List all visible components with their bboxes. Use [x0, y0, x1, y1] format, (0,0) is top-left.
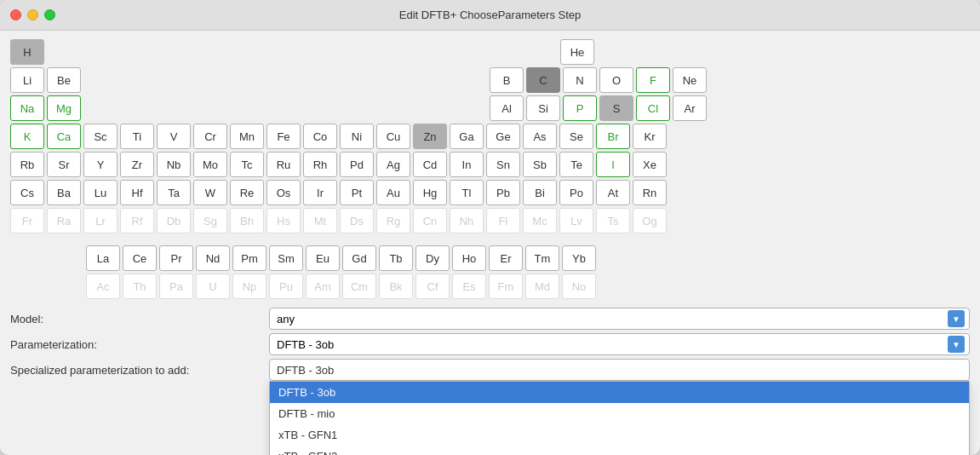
element-N[interactable]: N — [563, 67, 597, 93]
element-Se[interactable]: Se — [559, 124, 593, 149]
element-Pb[interactable]: Pb — [486, 180, 520, 205]
element-Ca[interactable]: Ca — [47, 124, 81, 149]
model-select-arrow[interactable]: ▼ — [948, 310, 965, 327]
element-Be[interactable]: Be — [47, 67, 81, 93]
element-Lu[interactable]: Lu — [83, 180, 117, 205]
element-Rn[interactable]: Rn — [633, 180, 667, 205]
element-Ba[interactable]: Ba — [47, 180, 81, 205]
element-Ti[interactable]: Ti — [120, 124, 154, 149]
element-Cd[interactable]: Cd — [413, 152, 447, 177]
param-select-arrow[interactable]: ▼ — [948, 336, 965, 353]
element-Si[interactable]: Si — [526, 95, 560, 121]
element-Tm[interactable]: Tm — [525, 245, 559, 271]
element-Mo[interactable]: Mo — [193, 152, 227, 177]
element-Bi[interactable]: Bi — [523, 180, 557, 205]
element-S[interactable]: S — [599, 95, 633, 121]
element-La[interactable]: La — [86, 245, 120, 271]
element-Ni[interactable]: Ni — [340, 124, 374, 149]
element-Cr[interactable]: Cr — [193, 124, 227, 149]
element-Tb[interactable]: Tb — [379, 245, 413, 271]
element-Er[interactable]: Er — [489, 245, 523, 271]
element-V[interactable]: V — [157, 124, 191, 149]
element-Na[interactable]: Na — [10, 95, 44, 121]
close-button[interactable] — [10, 9, 21, 20]
dropdown-option-3[interactable]: xTB - GFN2 — [270, 446, 969, 455]
element-Ru[interactable]: Ru — [266, 152, 301, 177]
element-In[interactable]: In — [450, 152, 484, 177]
element-Ge[interactable]: Ge — [486, 124, 520, 149]
element-Re[interactable]: Re — [230, 180, 264, 205]
maximize-button[interactable] — [44, 9, 55, 20]
param-select-display[interactable]: DFTB - 3ob — [269, 333, 970, 355]
element-Ir[interactable]: Ir — [303, 180, 337, 205]
element-Ga[interactable]: Ga — [450, 124, 484, 149]
element-Os[interactable]: Os — [266, 180, 301, 205]
element-F[interactable]: F — [636, 67, 670, 93]
element-Al[interactable]: Al — [490, 95, 524, 121]
element-Pd[interactable]: Pd — [340, 152, 374, 177]
element-Rb[interactable]: Rb — [10, 152, 44, 177]
element-Sn[interactable]: Sn — [486, 152, 520, 177]
element-Au[interactable]: Au — [376, 180, 410, 205]
element-Sm[interactable]: Sm — [269, 245, 303, 271]
element-Ar[interactable]: Ar — [673, 95, 707, 121]
element-Kr[interactable]: Kr — [633, 124, 667, 149]
model-select-display[interactable]: any — [269, 308, 970, 330]
element-Ho[interactable]: Ho — [452, 245, 486, 271]
element-Cu[interactable]: Cu — [376, 124, 410, 149]
element-Zr[interactable]: Zr — [120, 152, 154, 177]
element-Y[interactable]: Y — [83, 152, 117, 177]
element-Ag[interactable]: Ag — [376, 152, 410, 177]
dropdown-option-1[interactable]: DFTB - mio — [270, 403, 969, 424]
element-Eu[interactable]: Eu — [306, 245, 340, 271]
element-K[interactable]: K — [10, 124, 44, 149]
pt-row-7: Fr Ra Lr Rf Db Sg Bh Hs Mt Ds Rg Cn Nh F… — [10, 208, 970, 233]
element-Rh[interactable]: Rh — [303, 152, 337, 177]
element-At[interactable]: At — [596, 180, 630, 205]
element-Fe[interactable]: Fe — [266, 124, 301, 149]
element-Te[interactable]: Te — [559, 152, 593, 177]
element-Br[interactable]: Br — [596, 124, 630, 149]
element-I[interactable]: I — [596, 152, 630, 177]
element-Nb[interactable]: Nb — [157, 152, 191, 177]
element-Ta[interactable]: Ta — [157, 180, 191, 205]
element-Sc[interactable]: Sc — [83, 124, 117, 149]
element-Tc[interactable]: Tc — [230, 152, 264, 177]
element-Xe[interactable]: Xe — [633, 152, 667, 177]
dropdown-option-0[interactable]: DFTB - 3ob — [270, 382, 969, 403]
element-Yb[interactable]: Yb — [562, 245, 596, 271]
element-O[interactable]: O — [599, 67, 633, 93]
element-Sb[interactable]: Sb — [523, 152, 557, 177]
element-Gd[interactable]: Gd — [342, 245, 376, 271]
element-Hg[interactable]: Hg — [413, 180, 447, 205]
element-H[interactable]: H — [10, 39, 44, 65]
element-Ne[interactable]: Ne — [673, 67, 707, 93]
element-Pr[interactable]: Pr — [159, 245, 193, 271]
element-W[interactable]: W — [193, 180, 227, 205]
element-C[interactable]: C — [526, 67, 560, 93]
element-Hf[interactable]: Hf — [120, 180, 154, 205]
element-Sr[interactable]: Sr — [47, 152, 81, 177]
element-Mt: Mt — [303, 208, 337, 233]
element-Li[interactable]: Li — [10, 67, 44, 93]
element-As[interactable]: As — [523, 124, 557, 149]
element-P[interactable]: P — [563, 95, 597, 121]
element-Zn[interactable]: Zn — [413, 124, 447, 149]
element-Po[interactable]: Po — [559, 180, 593, 205]
element-Mn[interactable]: Mn — [230, 124, 264, 149]
element-Mg[interactable]: Mg — [47, 95, 81, 121]
element-Cl[interactable]: Cl — [636, 95, 670, 121]
element-B[interactable]: B — [490, 67, 524, 93]
element-Cs[interactable]: Cs — [10, 180, 44, 205]
element-Pt[interactable]: Pt — [340, 180, 374, 205]
element-Tl[interactable]: Tl — [450, 180, 484, 205]
element-Dy[interactable]: Dy — [415, 245, 450, 271]
element-He[interactable]: He — [560, 39, 594, 65]
dropdown-option-2[interactable]: xTB - GFN1 — [270, 424, 969, 446]
element-Co[interactable]: Co — [303, 124, 337, 149]
specialized-dropdown-label[interactable]: DFTB - 3ob — [269, 359, 970, 381]
element-Ce[interactable]: Ce — [123, 245, 157, 271]
element-Pm[interactable]: Pm — [232, 245, 266, 271]
element-Nd[interactable]: Nd — [196, 245, 230, 271]
minimize-button[interactable] — [27, 9, 38, 20]
